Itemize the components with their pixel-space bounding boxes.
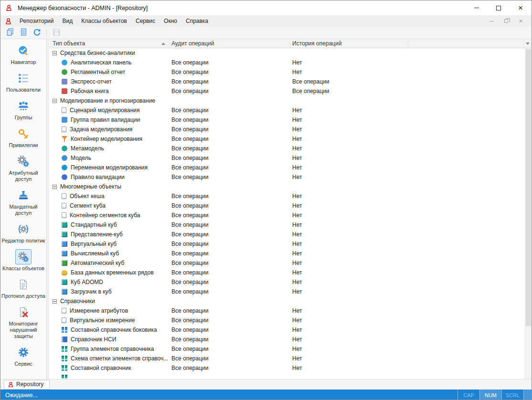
table-row[interactable]: Экспресс-отчетВсе операцииВсе операции	[49, 77, 532, 86]
table-row[interactable]: Группа правил валидацииВсе операцииНет	[49, 115, 532, 125]
table-row[interactable]: Контейнер сегментов кубаВсе операцииНет	[49, 211, 532, 220]
table-row[interactable]: Сегмент кубаВсе операцииНет	[49, 201, 532, 211]
table-row[interactable]: Сценарий моделированияВсе операцииНет	[49, 105, 532, 115]
table-row[interactable]: Рабочая книгаВсе операцииВсе операции	[49, 86, 532, 96]
object-type-label: Аналитическая панель	[71, 59, 131, 66]
sidebar-item-groups[interactable]: Группы	[0, 96, 46, 124]
table-row[interactable]: Стандартный кубВсе операцииНет	[49, 220, 532, 230]
object-type-label: Контейнер моделирования	[71, 136, 142, 142]
object-type-label: Составной справочник боковика	[71, 326, 157, 333]
navigator-icon	[15, 43, 32, 58]
group-row[interactable]: Средства бизнес-аналитики	[49, 48, 532, 58]
collapse-icon[interactable]	[53, 51, 57, 55]
table-row[interactable]: Представление-кубВсе операцииНет	[49, 230, 532, 239]
object-type-label: Стандартный куб	[71, 221, 117, 228]
object-type-icon	[62, 279, 67, 285]
table-row[interactable]: МетамодельВсе операцииНет	[49, 144, 532, 153]
object-type-icon	[62, 337, 67, 342]
close-button[interactable]	[510, 0, 532, 15]
minimize-button[interactable]	[466, 0, 488, 15]
mdi-minimize-icon[interactable]	[489, 21, 494, 21]
vertical-scrollbar[interactable]	[525, 48, 532, 379]
sidebar-item-violation-monitoring[interactable]: Мониторинг нарушений защиты	[0, 302, 46, 342]
table-row-partial[interactable]	[49, 373, 532, 379]
table-row[interactable]: Куб ADOMDВсе операцииНет	[49, 277, 532, 287]
collapse-icon[interactable]	[53, 299, 57, 304]
tab-repository[interactable]: Repository	[4, 380, 50, 389]
column-label: История операций	[292, 40, 341, 47]
table-row[interactable]: Виртуальный кубВсе операцииНет	[49, 239, 532, 249]
table-row[interactable]: Объект кешаВсе операцииНет	[49, 191, 532, 201]
save-icon	[52, 28, 61, 38]
audit-value: Все операции	[170, 277, 290, 287]
group-row[interactable]: Справочники	[49, 296, 532, 306]
document-error-icon	[15, 305, 32, 320]
object-type-icon	[62, 308, 66, 314]
sidebar-item-privileges[interactable]: Привилегии	[0, 124, 46, 151]
column-header-object-type[interactable]: Тип объекта	[49, 39, 170, 48]
collapse-icon[interactable]	[53, 99, 57, 103]
menu-item-1[interactable]: Вид	[58, 16, 77, 26]
scrollbar-thumb[interactable]	[526, 49, 531, 326]
table-row[interactable]: Вычисляемый кубВсе операцииНет	[49, 249, 532, 258]
history-value: Нет	[290, 230, 408, 239]
sidebar-item-users[interactable]: Пользователи	[0, 68, 46, 96]
menu-item-2[interactable]: Классы объектов	[77, 16, 131, 26]
table-row[interactable]: МодельВсе операцииНет	[49, 153, 532, 163]
document-icon	[15, 277, 32, 292]
table-row[interactable]: Схема отметки элементов справоч...Все оп…	[49, 354, 532, 363]
menu-item-0[interactable]: Репозиторий	[15, 16, 58, 26]
sidebar-item-access-log[interactable]: Протокол доступа	[0, 274, 46, 302]
audit-value: Все операции	[170, 335, 290, 344]
table-row[interactable]: Аналитическая панельВсе операцииНет	[49, 58, 532, 67]
refresh-button[interactable]	[31, 28, 43, 38]
object-type-label: Схема отметки элементов справоч...	[71, 355, 168, 362]
collapse-icon[interactable]	[53, 185, 57, 189]
sidebar-item-navigator[interactable]: Навигатор	[0, 41, 46, 68]
table-row[interactable]: Регламентный отчетВсе операцииНет	[49, 67, 532, 77]
menu-item-4[interactable]: Окно	[160, 16, 181, 26]
sidebar-item-label: Навигатор	[11, 59, 36, 65]
resize-grip[interactable]	[523, 389, 532, 400]
sidebar-item-policy-editor[interactable]: Редактор политик	[0, 219, 46, 247]
sidebar-item-object-classes[interactable]: Классы объектов	[0, 247, 46, 274]
history-value: Нет	[290, 153, 408, 163]
table-row[interactable]: Переменная моделированияВсе операцииНет	[49, 163, 532, 172]
maximize-button[interactable]	[488, 0, 510, 15]
table-row[interactable]: Автоматический кубВсе операцииНет	[49, 258, 532, 268]
history-value: Нет	[290, 277, 408, 287]
history-value: Нет	[290, 354, 408, 363]
table-row[interactable]: Группа элементов справочникаВсе операции…	[49, 344, 532, 354]
sidebar-item-mandatory-access[interactable]: Мандатный доступ	[0, 185, 46, 219]
menu-item-3[interactable]: Сервис	[131, 16, 160, 26]
group-row[interactable]: Моделирование и прогнозирование	[49, 96, 532, 105]
column-label: Аудит операций	[171, 40, 214, 47]
table-row[interactable]: База данных временных рядовВсе операцииН…	[49, 268, 532, 277]
table-row[interactable]: Виртуальное измерениеВсе операцииНет	[49, 316, 532, 325]
maximize-icon	[496, 6, 501, 11]
object-type-label: Справочник НСИ	[71, 336, 116, 343]
copy-button[interactable]	[17, 28, 30, 38]
mdi-restore-icon[interactable]	[504, 19, 508, 23]
table-row[interactable]: Загрузчик в кубВсе операцииНет	[49, 287, 532, 296]
sidebar-item-attribute-access[interactable]: Атрибутный доступ	[0, 151, 46, 185]
audit-value: Все операции	[170, 325, 290, 335]
column-header-history[interactable]: История операций	[290, 39, 408, 48]
table-row[interactable]: Правило валидацииВсе операцииНет	[49, 172, 532, 182]
table-row[interactable]: Справочник НСИВсе операцииНет	[49, 335, 532, 344]
table-row[interactable]: Задача моделированияВсе операцииНет	[49, 125, 532, 134]
sidebar-item-service[interactable]: Сервис	[0, 342, 46, 370]
status-indicators: CAPNUMSCRL	[458, 389, 523, 400]
column-options-button[interactable]	[524, 39, 532, 48]
new-button[interactable]	[4, 28, 16, 38]
table-row[interactable]: Составной справочникВсе операцииНет	[49, 363, 532, 373]
group-label: Средства бизнес-аналитики	[60, 50, 135, 56]
mdi-close-icon[interactable]	[519, 17, 523, 25]
table-row[interactable]: Составной справочник боковикаВсе операци…	[49, 325, 532, 335]
column-header-audit[interactable]: Аудит операций	[170, 39, 290, 48]
menu-item-5[interactable]: Справка	[181, 16, 213, 26]
table-row[interactable]: Измерение атрибутовВсе операцииНет	[49, 306, 532, 316]
group-row[interactable]: Многомерные объекты	[49, 182, 532, 191]
table-row[interactable]: Контейнер моделированияВсе операцииНет	[49, 134, 532, 144]
sidebar-item-label: Сервис	[14, 361, 32, 367]
